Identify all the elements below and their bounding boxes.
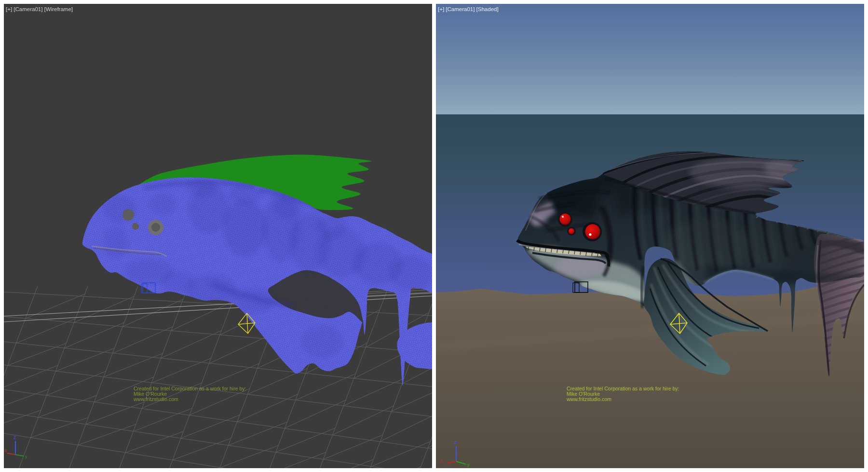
svg-text:y: y: [467, 462, 470, 467]
svg-text:www.fritzstudio.com: www.fritzstudio.com: [133, 396, 178, 402]
svg-text:[+] [Camera01] [Shaded]: [+] [Camera01] [Shaded]: [438, 6, 499, 12]
svg-text:Z: Z: [454, 440, 457, 445]
svg-text:Z: Z: [14, 435, 16, 440]
svg-text:www.fritzstudio.com: www.fritzstudio.com: [566, 396, 611, 402]
svg-text:[+] [Camera01] [Wireframe]: [+] [Camera01] [Wireframe]: [6, 6, 73, 12]
svg-text:X: X: [4, 448, 7, 453]
svg-text:X: X: [440, 458, 443, 463]
svg-text:y: y: [25, 454, 27, 459]
